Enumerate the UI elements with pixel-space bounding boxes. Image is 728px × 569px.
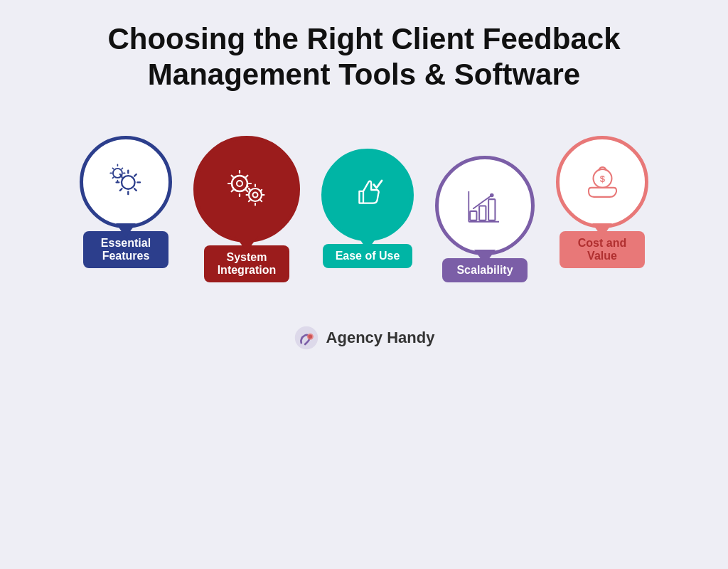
page-title: Choosing the Right Client Feedback Manag… bbox=[107, 21, 620, 93]
pin-bubble-system bbox=[193, 136, 300, 243]
svg-text:$: $ bbox=[599, 174, 605, 184]
pin-bubble-essential bbox=[80, 136, 172, 228]
main-container: Choosing the Right Client Feedback Manag… bbox=[0, 0, 728, 569]
brand-regular: Agency bbox=[326, 329, 387, 346]
pin-ease-of-use: Ease of Use bbox=[321, 149, 414, 268]
chart-icon bbox=[462, 182, 508, 228]
svg-point-2 bbox=[232, 176, 247, 191]
svg-point-14 bbox=[294, 326, 317, 349]
brand-bold: Handy bbox=[387, 329, 434, 346]
svg-rect-8 bbox=[488, 199, 495, 220]
svg-point-9 bbox=[490, 193, 494, 198]
money-bag-icon: $ bbox=[579, 159, 626, 205]
brand-name-text: Agency Handy bbox=[326, 329, 435, 347]
svg-point-3 bbox=[237, 181, 242, 186]
svg-point-5 bbox=[253, 192, 258, 197]
agency-handy-logo bbox=[294, 325, 319, 351]
branding: Agency Handy bbox=[294, 325, 435, 351]
pin-essential-features: EssentialFeatures bbox=[80, 136, 172, 268]
svg-rect-7 bbox=[479, 206, 486, 220]
svg-point-0 bbox=[122, 176, 135, 189]
svg-point-4 bbox=[249, 188, 262, 201]
gear-icon bbox=[103, 159, 149, 205]
svg-point-1 bbox=[112, 169, 122, 178]
pin-bubble-ease bbox=[321, 149, 414, 241]
pin-bubble-cost: $ bbox=[556, 136, 648, 228]
svg-rect-6 bbox=[470, 211, 476, 220]
pin-cost-and-value: $ Cost andValue bbox=[556, 136, 648, 268]
thumbsup-icon bbox=[345, 171, 391, 218]
pin-system-integration: SystemIntegration bbox=[193, 136, 300, 282]
gears-icon bbox=[218, 161, 275, 218]
pin-scalability: Scalability bbox=[435, 156, 535, 282]
icons-row: EssentialFeatures Sy bbox=[28, 136, 700, 282]
svg-point-16 bbox=[308, 334, 311, 338]
pin-bubble-scalability bbox=[435, 156, 535, 255]
